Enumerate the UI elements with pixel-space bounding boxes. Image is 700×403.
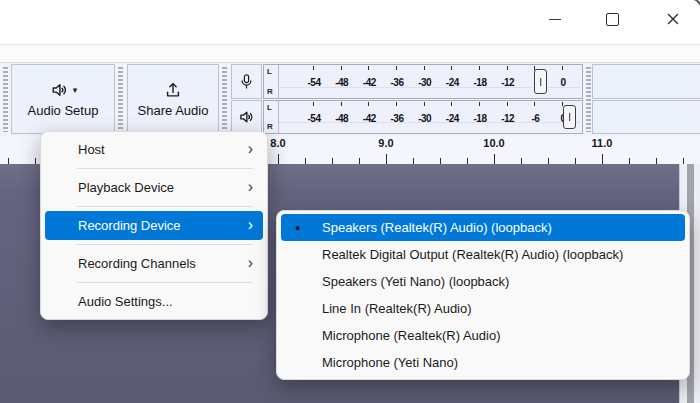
ruler-tick bbox=[494, 154, 495, 164]
playback-volume-slider[interactable] bbox=[563, 105, 576, 129]
selected-bullet-icon: ● bbox=[295, 223, 300, 232]
meter-scale-label: -24 bbox=[446, 77, 459, 88]
recording-meter[interactable]: L R -54-48-42-36-30-24-18-120 bbox=[263, 64, 583, 99]
ruler-time-label: 8.0 bbox=[270, 137, 285, 149]
recording-device-submenu: ●Speakers (Realtek(R) Audio) (loopback)R… bbox=[276, 210, 690, 380]
close-icon bbox=[666, 12, 680, 26]
minimize-icon bbox=[549, 19, 561, 20]
menu-item-playback-device[interactable]: Playback Device› bbox=[45, 173, 263, 202]
menu-item-label: Recording Channels bbox=[78, 256, 196, 271]
titlebar[interactable] bbox=[0, 0, 700, 45]
menu-item-label: Realtek Digital Output (Realtek(R) Audio… bbox=[322, 247, 623, 262]
close-button[interactable] bbox=[657, 6, 689, 32]
speaker-icon bbox=[49, 80, 70, 100]
share-audio-label: Share Audio bbox=[138, 103, 209, 118]
meter-scale-label: -42 bbox=[363, 112, 376, 123]
menu-item-label: Microphone (Realtek(R) Audio) bbox=[322, 328, 500, 343]
menu-separator bbox=[77, 244, 253, 245]
meter-scale-label: -12 bbox=[501, 112, 514, 123]
toolbar-empty-slot bbox=[592, 64, 700, 99]
meter-tick bbox=[368, 66, 369, 70]
menu-item-label: Audio Settings... bbox=[78, 294, 173, 309]
submenu-arrow-icon: › bbox=[248, 179, 253, 197]
meter-tick bbox=[479, 102, 480, 106]
meter-scale-label: -30 bbox=[418, 77, 431, 88]
menu-item-audio-settings[interactable]: Audio Settings... bbox=[45, 287, 263, 316]
meter-tick bbox=[313, 66, 314, 70]
menu-item-microphone-yeti-nano[interactable]: Microphone (Yeti Nano) bbox=[281, 349, 685, 376]
meter-tick bbox=[341, 102, 342, 106]
meter-scale-label: -36 bbox=[391, 112, 404, 123]
submenu-arrow-icon: › bbox=[248, 141, 253, 159]
meter-scale-label: 0 bbox=[560, 77, 565, 88]
menu-item-realtek-digital-output-loopback[interactable]: Realtek Digital Output (Realtek(R) Audio… bbox=[281, 241, 685, 268]
meter-scale-label: -48 bbox=[335, 112, 348, 123]
audio-setup-menu: Host›Playback Device›Recording Device›Re… bbox=[40, 131, 268, 320]
meter-tick bbox=[507, 66, 508, 70]
meter-tick bbox=[562, 66, 563, 70]
ruler-time-label: 9.0 bbox=[378, 137, 393, 149]
submenu-arrow-icon: › bbox=[248, 255, 253, 273]
toolbar-grip[interactable] bbox=[222, 67, 227, 132]
toolbar-grip[interactable] bbox=[118, 67, 123, 132]
playback-meter[interactable]: L R -54-48-42-36-30-24-18-12-60 bbox=[263, 100, 583, 134]
meter-scale-label: -30 bbox=[418, 112, 431, 123]
audio-setup-button[interactable]: ▾ Audio Setup bbox=[11, 64, 115, 134]
audacity-window: ▾ Audio Setup Share Audio bbox=[0, 0, 700, 403]
playback-meter-button[interactable] bbox=[231, 100, 262, 134]
menu-separator bbox=[77, 206, 253, 207]
window-rounded-corner bbox=[687, 0, 700, 13]
meter-channel-label: R bbox=[267, 123, 273, 131]
meter-tick bbox=[313, 102, 314, 106]
dropdown-caret-icon: ▾ bbox=[73, 86, 78, 95]
meter-divider bbox=[278, 65, 279, 98]
menu-item-recording-device[interactable]: Recording Device› bbox=[45, 211, 263, 240]
minimize-button[interactable] bbox=[539, 6, 571, 32]
menu-item-label: Speakers (Realtek(R) Audio) (loopback) bbox=[322, 220, 552, 235]
menu-item-label: Recording Device bbox=[78, 218, 181, 233]
menu-item-label: Playback Device bbox=[78, 180, 174, 195]
recording-gain-slider[interactable] bbox=[534, 69, 547, 94]
meter-scale-label: -42 bbox=[363, 77, 376, 88]
menu-item-label: Line In (Realtek(R) Audio) bbox=[322, 301, 472, 316]
meter-scale-label: -18 bbox=[474, 112, 487, 123]
meter-scale-label: -24 bbox=[446, 112, 459, 123]
meter-tick bbox=[479, 66, 480, 70]
ruler-time-label: 10.0 bbox=[483, 137, 504, 149]
menu-item-line-in-realtek[interactable]: Line In (Realtek(R) Audio) bbox=[281, 295, 685, 322]
meter-tick bbox=[341, 66, 342, 70]
menu-item-label: Host bbox=[78, 142, 105, 157]
meter-divider bbox=[278, 101, 279, 133]
toolbar-grip[interactable] bbox=[3, 67, 8, 132]
menubar-strip bbox=[0, 45, 700, 62]
meter-channel-label: L bbox=[267, 104, 272, 112]
meter-scale-label: -54 bbox=[308, 112, 321, 123]
audio-setup-label: Audio Setup bbox=[28, 103, 99, 118]
meter-scale-label: -18 bbox=[474, 77, 487, 88]
menu-item-recording-channels[interactable]: Recording Channels› bbox=[45, 249, 263, 278]
submenu-arrow-icon: › bbox=[248, 217, 253, 235]
toolbar-grip[interactable] bbox=[586, 67, 591, 132]
record-meter-button[interactable] bbox=[231, 64, 262, 99]
toolbar: ▾ Audio Setup Share Audio bbox=[0, 62, 700, 136]
toolbar-empty-slot bbox=[592, 100, 700, 134]
menu-item-host[interactable]: Host› bbox=[45, 135, 263, 164]
share-audio-button[interactable]: Share Audio bbox=[127, 64, 219, 134]
meter-channel-label: R bbox=[267, 88, 273, 96]
meter-tick bbox=[507, 102, 508, 106]
menu-item-speakers-realtek-loopback[interactable]: ●Speakers (Realtek(R) Audio) (loopback) bbox=[281, 214, 685, 241]
meter-tick bbox=[396, 102, 397, 106]
menu-item-speakers-yeti-nano-loopback[interactable]: Speakers (Yeti Nano) (loopback) bbox=[281, 268, 685, 295]
ruler-tick bbox=[278, 154, 279, 164]
meter-tick bbox=[396, 66, 397, 70]
meter-scale-label: -54 bbox=[308, 77, 321, 88]
meter-scale-label: -48 bbox=[335, 77, 348, 88]
meter-tick bbox=[451, 102, 452, 106]
menu-item-microphone-realtek[interactable]: Microphone (Realtek(R) Audio) bbox=[281, 322, 685, 349]
menu-separator bbox=[77, 282, 253, 283]
maximize-button[interactable] bbox=[596, 6, 628, 32]
meter-tick bbox=[424, 66, 425, 70]
microphone-icon bbox=[238, 72, 255, 91]
ruler-tick bbox=[602, 154, 603, 164]
meter-scale-label: -6 bbox=[531, 112, 539, 123]
